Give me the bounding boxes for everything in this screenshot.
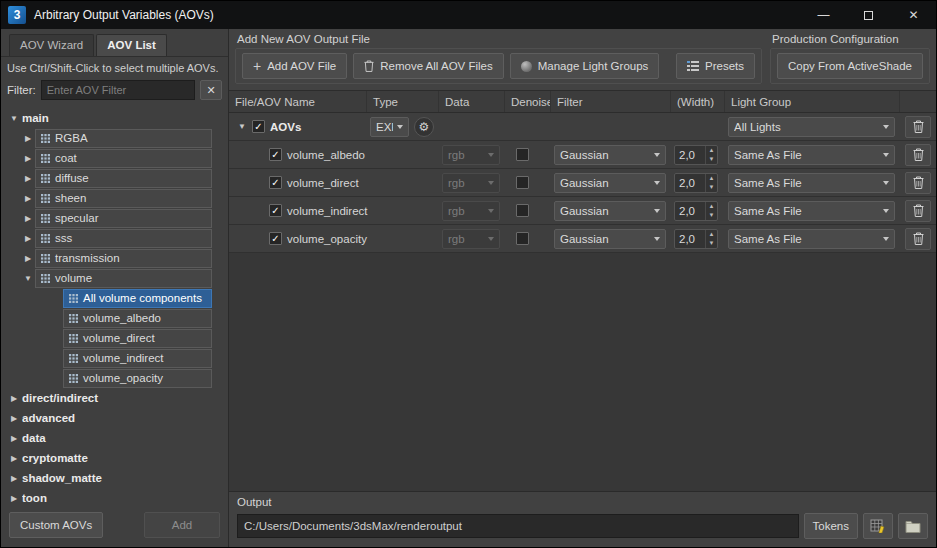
remove-all-aov-files-button[interactable]: Remove All AOV Files — [353, 53, 503, 79]
tree-item[interactable]: volume_indirect — [1, 348, 228, 368]
spinner-up-icon[interactable]: ▲ — [706, 174, 717, 183]
aov-enabled-checkbox[interactable]: ✓ — [269, 204, 282, 217]
tree-item[interactable]: ▶ toon — [1, 488, 228, 506]
tree-item[interactable]: ▶ specular — [1, 208, 228, 228]
light-group-dropdown[interactable]: Same As File — [728, 201, 895, 221]
tree-item-box[interactable]: toon — [21, 489, 228, 507]
aov-enabled-checkbox[interactable]: ✓ — [269, 232, 282, 245]
filter-dropdown[interactable]: Gaussian — [554, 145, 666, 165]
data-dropdown[interactable]: rgb — [442, 229, 500, 249]
add-aov-file-button[interactable]: +Add AOV File — [242, 53, 347, 79]
spinner-down-icon[interactable]: ▼ — [706, 239, 717, 248]
tree-item-box[interactable]: cryptomatte — [21, 449, 228, 468]
tree-item-box[interactable]: volume_opacity — [63, 369, 212, 388]
tree-item-box[interactable]: data — [21, 429, 228, 448]
close-button[interactable]: ✕ — [891, 1, 936, 29]
tree-expand-arrow-icon[interactable]: ▼ — [7, 114, 21, 123]
tree-expand-arrow-icon[interactable]: ▶ — [7, 474, 21, 483]
delete-aov-button[interactable] — [905, 144, 931, 166]
filter-dropdown[interactable]: Gaussian — [554, 173, 666, 193]
light-group-dropdown[interactable]: Same As File — [728, 229, 895, 249]
file-settings-button[interactable]: ⚙ — [414, 117, 434, 137]
width-spinner[interactable]: 2,0▲▼ — [674, 173, 718, 193]
tree-item[interactable]: ▼ volume — [1, 268, 228, 288]
tree-item[interactable]: volume_opacity — [1, 368, 228, 388]
file-light-group-dropdown[interactable]: All Lights — [728, 117, 895, 137]
denoise-checkbox[interactable] — [516, 232, 529, 245]
tree-item[interactable]: ▶ transmission — [1, 248, 228, 268]
spinner-arrows[interactable]: ▲▼ — [705, 230, 717, 248]
collapse-arrow-icon[interactable]: ▼ — [237, 122, 247, 131]
tree-item[interactable]: ▶ sss — [1, 228, 228, 248]
data-dropdown[interactable]: rgb — [442, 173, 500, 193]
minimize-button[interactable]: — — [801, 1, 846, 29]
maximize-button[interactable] — [846, 1, 891, 29]
clear-filter-button[interactable]: ✕ — [200, 80, 222, 100]
tree-item-box[interactable]: direct/indirect — [21, 389, 228, 408]
tree-item-box[interactable]: sss — [35, 229, 212, 248]
spinner-down-icon[interactable]: ▼ — [706, 183, 717, 192]
spinner-up-icon[interactable]: ▲ — [706, 230, 717, 239]
manage-light-groups-button[interactable]: Manage Light Groups — [510, 53, 660, 79]
tree-item-box[interactable]: sheen — [35, 189, 212, 208]
delete-aov-button[interactable] — [905, 228, 931, 250]
title-bar[interactable]: 3 Arbitrary Output Variables (AOVs) — ✕ — [1, 1, 936, 29]
tree-expand-arrow-icon[interactable]: ▶ — [21, 234, 35, 243]
tree-item[interactable]: ▶ diffuse — [1, 168, 228, 188]
tree-item-box[interactable]: All volume components — [63, 289, 212, 308]
tree-item[interactable]: volume_direct — [1, 328, 228, 348]
tree-item[interactable]: volume_albedo — [1, 308, 228, 328]
tree-item-box[interactable]: coat — [35, 149, 212, 168]
tree-item[interactable]: All volume components — [1, 288, 228, 308]
tree-item[interactable]: ▶ shadow_matte — [1, 468, 228, 488]
tree-item-box[interactable]: transmission — [35, 249, 212, 268]
output-path-input[interactable] — [237, 514, 799, 538]
delete-aov-button[interactable] — [905, 172, 931, 194]
tree-expand-arrow-icon[interactable]: ▶ — [7, 434, 21, 443]
spinner-arrows[interactable]: ▲▼ — [705, 174, 717, 192]
copy-from-activeshade-button[interactable]: Copy From ActiveShade — [777, 53, 923, 79]
tree-expand-arrow-icon[interactable]: ▶ — [21, 174, 35, 183]
light-group-dropdown[interactable]: Same As File — [728, 173, 895, 193]
aov-enabled-checkbox[interactable]: ✓ — [269, 148, 282, 161]
tree-item[interactable]: ▶ RGBA — [1, 128, 228, 148]
filter-dropdown[interactable]: Gaussian — [554, 201, 666, 221]
tree-item[interactable]: ▶ cryptomatte — [1, 448, 228, 468]
tree-item-box[interactable]: volume — [35, 269, 212, 288]
aov-filter-input[interactable] — [41, 80, 195, 100]
tree-expand-arrow-icon[interactable]: ▶ — [21, 154, 35, 163]
tree-expand-arrow-icon[interactable]: ▶ — [21, 254, 35, 263]
tokens-button[interactable]: Tokens — [804, 513, 858, 539]
tree-item-box[interactable]: advanced — [21, 409, 228, 428]
file-enabled-checkbox[interactable]: ✓ — [252, 120, 265, 133]
tree-item-box[interactable]: specular — [35, 209, 212, 228]
tree-item-box[interactable]: volume_indirect — [63, 349, 212, 368]
tree-item[interactable]: ▶ sheen — [1, 188, 228, 208]
width-spinner[interactable]: 2,0▲▼ — [674, 201, 718, 221]
spinner-up-icon[interactable]: ▲ — [706, 146, 717, 155]
tree-item[interactable]: ▶ coat — [1, 148, 228, 168]
tree-item[interactable]: ▼ main — [1, 108, 228, 128]
spinner-down-icon[interactable]: ▼ — [706, 155, 717, 164]
tree-expand-arrow-icon[interactable]: ▶ — [7, 414, 21, 423]
tree-expand-arrow-icon[interactable]: ▶ — [21, 134, 35, 143]
tree-item-box[interactable]: volume_direct — [63, 329, 212, 348]
tree-item-box[interactable]: main — [21, 109, 228, 128]
filter-dropdown[interactable]: Gaussian — [554, 229, 666, 249]
width-spinner[interactable]: 2,0▲▼ — [674, 229, 718, 249]
tab-aov-wizard[interactable]: AOV Wizard — [9, 34, 94, 56]
tree-item-box[interactable]: volume_albedo — [63, 309, 212, 328]
spinner-arrows[interactable]: ▲▼ — [705, 146, 717, 164]
tree-item[interactable]: ▶ data — [1, 428, 228, 448]
spinner-down-icon[interactable]: ▼ — [706, 211, 717, 220]
tree-item[interactable]: ▶ advanced — [1, 408, 228, 428]
tree-expand-arrow-icon[interactable]: ▶ — [21, 214, 35, 223]
denoise-checkbox[interactable] — [516, 176, 529, 189]
add-aov-button[interactable]: Add — [144, 512, 220, 538]
delete-aov-button[interactable] — [905, 200, 931, 222]
tree-expand-arrow-icon[interactable]: ▶ — [21, 194, 35, 203]
spinner-arrows[interactable]: ▲▼ — [705, 202, 717, 220]
type-dropdown[interactable]: EXR — [370, 117, 409, 137]
browse-folder-button[interactable] — [898, 513, 928, 539]
tree-expand-arrow-icon[interactable]: ▶ — [7, 454, 21, 463]
